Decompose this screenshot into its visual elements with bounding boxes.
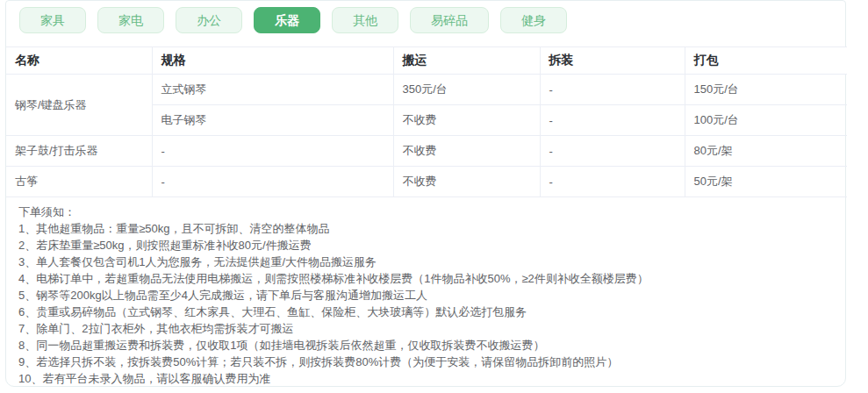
tab-office[interactable]: 办公 [176, 7, 242, 33]
column-header-name: 名称 [6, 47, 152, 75]
note-item-10: 10、若有平台未录入物品，请以客服确认费用为准 [18, 370, 833, 387]
note-item-7: 7、除单门、2拉门衣柜外，其他衣柜均需拆装才可搬运 [18, 320, 833, 337]
note-item-4: 4、电梯订单中，若超重物品无法使用电梯搬运，则需按照楼梯标准补收楼层费（1件物品… [18, 270, 833, 287]
cell-spec: 立式钢琴 [152, 75, 393, 105]
tab-fragile[interactable]: 易碎品 [410, 7, 489, 33]
tab-fitness[interactable]: 健身 [500, 7, 567, 33]
table-row: 钢琴/键盘乐器 立式钢琴 350元/台 - 150元/台 [6, 75, 847, 105]
order-notes-section: 下单须知： 1、其他超重物品：重量≥50kg，且不可拆卸、清空的整体物品 2、若… [6, 197, 845, 387]
note-item-1: 1、其他超重物品：重量≥50kg，且不可拆卸、清空的整体物品 [18, 220, 833, 237]
tab-instruments[interactable]: 乐器 [254, 7, 320, 33]
pricing-card: 家具 家电 办公 乐器 其他 易碎品 健身 名称 规格 搬运 拆装 打包 钢琴/… [5, 0, 846, 387]
cell-pack: 80元/架 [685, 136, 847, 167]
cell-carry: 350元/台 [393, 75, 540, 105]
notes-title: 下单须知： [18, 204, 833, 220]
note-item-2: 2、若床垫重量≥50kg，则按照超重标准补收80元/件搬运费 [18, 237, 833, 254]
cell-pack: 50元/架 [685, 167, 847, 197]
cell-carry: 不收费 [393, 105, 540, 136]
cell-name: 古筝 [6, 167, 152, 197]
column-header-pack: 打包 [685, 47, 847, 75]
note-item-6: 6、贵重或易碎物品（立式钢琴、红木家具、大理石、鱼缸、保险柜、大块玻璃等）默认必… [18, 304, 833, 320]
column-header-carry: 搬运 [393, 47, 540, 75]
tab-furniture[interactable]: 家具 [19, 7, 86, 33]
category-tab-bar: 家具 家电 办公 乐器 其他 易碎品 健身 [6, 1, 845, 33]
pricing-table: 名称 规格 搬运 拆装 打包 钢琴/键盘乐器 立式钢琴 350元/台 - 150… [6, 46, 847, 197]
cell-spec: - [152, 167, 393, 197]
column-header-spec: 规格 [152, 47, 393, 75]
note-item-9: 9、若选择只拆不装，按拆装费50%计算；若只装不拆，则按拆装费80%计费（为便于… [18, 354, 833, 370]
tab-other[interactable]: 其他 [332, 7, 398, 33]
tab-appliances[interactable]: 家电 [97, 7, 164, 33]
table-header-row: 名称 规格 搬运 拆装 打包 [6, 47, 847, 75]
note-item-5: 5、钢琴等200kg以上物品需至少4人完成搬运，请下单后与客服沟通增加搬运工人 [18, 287, 833, 304]
cell-spec: 电子钢琴 [152, 105, 393, 136]
cell-carry: 不收费 [393, 136, 540, 167]
note-item-8: 8、同一物品超重搬运费和拆装费，仅收取1项（如挂墙电视拆装后依然超重，仅收取拆装… [18, 337, 833, 354]
table-row: 古筝 - 不收费 - 50元/架 [6, 167, 847, 197]
note-item-3: 3、单人套餐仅包含司机1人为您服务，无法提供超重/大件物品搬运服务 [18, 254, 833, 270]
cell-pack: 150元/台 [685, 75, 847, 105]
table-row: 架子鼓/打击乐器 - 不收费 - 80元/架 [6, 136, 847, 167]
cell-name: 钢琴/键盘乐器 [6, 75, 152, 136]
cell-pack: 100元/台 [685, 105, 847, 136]
cell-disassembly: - [540, 75, 685, 105]
cell-name: 架子鼓/打击乐器 [6, 136, 152, 167]
cell-disassembly: - [540, 167, 685, 197]
cell-spec: - [152, 136, 393, 167]
cell-carry: 不收费 [393, 167, 540, 197]
cell-disassembly: - [540, 136, 685, 167]
column-header-disassembly: 拆装 [540, 47, 685, 75]
cell-disassembly: - [540, 105, 685, 136]
